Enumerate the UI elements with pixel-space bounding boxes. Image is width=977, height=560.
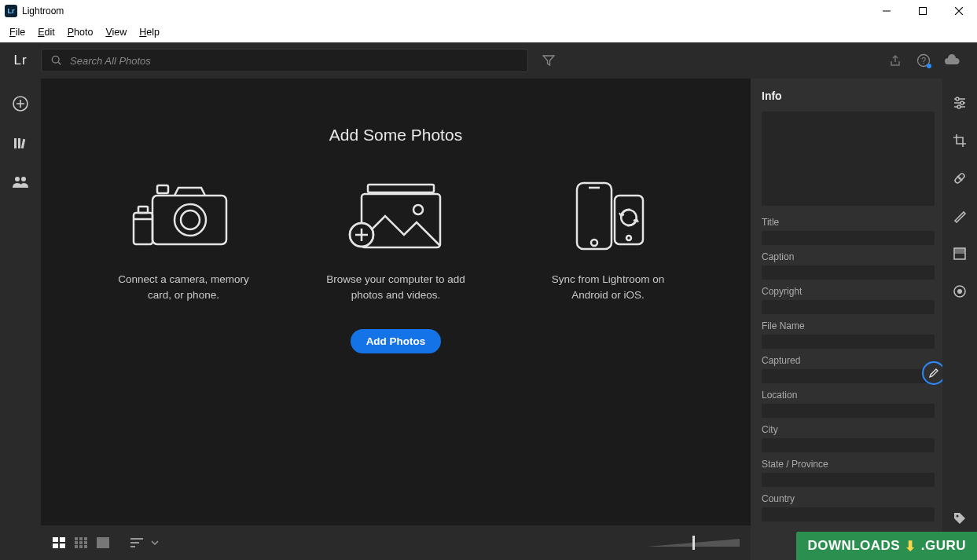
field-input-copyright[interactable] bbox=[762, 300, 935, 314]
svg-rect-5 bbox=[14, 138, 17, 148]
notification-dot bbox=[927, 64, 931, 68]
tile-connect-device: Connect a camera, memory card, or phone. bbox=[109, 174, 259, 302]
svg-point-1 bbox=[52, 56, 59, 63]
svg-rect-29 bbox=[75, 537, 78, 540]
plus-circle-icon bbox=[12, 95, 29, 112]
zoom-slider-track bbox=[647, 536, 741, 550]
watermark-text-right: .GURU bbox=[921, 538, 966, 554]
field-input-location[interactable] bbox=[762, 404, 935, 418]
add-photos-button[interactable]: Add Photos bbox=[351, 329, 442, 353]
right-tool-rail bbox=[942, 79, 977, 560]
menu-photo[interactable]: Photo bbox=[61, 24, 100, 40]
svg-point-18 bbox=[413, 205, 423, 214]
view-single[interactable] bbox=[94, 536, 112, 550]
app-body: Add Some Photos bbox=[0, 79, 977, 560]
search-icon bbox=[51, 55, 62, 66]
svg-point-47 bbox=[960, 179, 962, 181]
svg-point-12 bbox=[174, 204, 206, 236]
window-close-button[interactable] bbox=[941, 0, 977, 22]
search-input[interactable]: Search All Photos bbox=[41, 49, 528, 72]
keywords-button[interactable] bbox=[949, 508, 970, 529]
cloud-sync-button[interactable] bbox=[938, 46, 966, 75]
info-panel-title: Info bbox=[762, 90, 935, 102]
svg-point-51 bbox=[957, 289, 962, 294]
menu-help[interactable]: Help bbox=[133, 24, 166, 40]
svg-rect-31 bbox=[84, 537, 87, 540]
sliders-icon bbox=[953, 96, 967, 110]
my-photos-sidebar-button[interactable] bbox=[9, 132, 31, 154]
left-sidebar bbox=[0, 79, 41, 560]
square-icon bbox=[953, 247, 966, 260]
field-input-filename[interactable] bbox=[762, 335, 935, 349]
main-canvas: Add Some Photos bbox=[41, 79, 751, 560]
field-label-copyright: Copyright bbox=[762, 286, 935, 297]
edit-captured-button[interactable] bbox=[922, 361, 942, 385]
tile-caption: Browse your computer to add photos and v… bbox=[321, 272, 471, 302]
view-mode-toggle bbox=[50, 536, 112, 550]
field-input-title[interactable] bbox=[762, 231, 935, 245]
share-button[interactable] bbox=[881, 46, 909, 75]
svg-point-22 bbox=[591, 240, 597, 246]
svg-rect-33 bbox=[79, 541, 83, 544]
people-icon bbox=[12, 174, 29, 190]
window-minimize-button[interactable] bbox=[869, 0, 905, 22]
circle-target-icon bbox=[953, 284, 967, 298]
library-icon bbox=[13, 135, 28, 151]
cloud-icon bbox=[943, 54, 960, 67]
brush-button[interactable] bbox=[949, 206, 970, 226]
watermark-text-left: DOWNLOADS bbox=[807, 538, 900, 554]
filter-button[interactable] bbox=[534, 46, 563, 75]
crop-button[interactable] bbox=[949, 130, 970, 151]
field-input-country[interactable] bbox=[762, 507, 935, 522]
svg-rect-10 bbox=[152, 196, 226, 244]
sort-icon bbox=[130, 537, 145, 548]
app-topbar: Lr Search All Photos ? bbox=[0, 42, 977, 79]
svg-rect-6 bbox=[18, 138, 20, 148]
svg-rect-30 bbox=[79, 537, 83, 540]
window-maximize-button[interactable] bbox=[905, 0, 941, 22]
tile-caption: Connect a camera, memory card, or phone. bbox=[109, 272, 259, 302]
svg-point-9 bbox=[21, 177, 26, 181]
help-button[interactable]: ? bbox=[909, 46, 938, 75]
add-photos-sidebar-button[interactable] bbox=[9, 93, 31, 115]
field-input-caption[interactable] bbox=[762, 265, 935, 280]
healing-button[interactable] bbox=[949, 168, 970, 188]
field-input-captured[interactable] bbox=[762, 369, 935, 383]
field-label-location: Location bbox=[762, 390, 935, 401]
field-label-caption: Caption bbox=[762, 251, 935, 262]
watermark-badge: DOWNLOADS ⬇ .GURU bbox=[796, 532, 977, 560]
svg-rect-7 bbox=[21, 139, 25, 148]
window-title: Lightroom bbox=[22, 5, 64, 16]
svg-point-8 bbox=[15, 177, 20, 181]
menu-edit[interactable]: Edit bbox=[31, 24, 61, 40]
svg-point-42 bbox=[960, 101, 964, 104]
radial-gradient-button[interactable] bbox=[949, 281, 970, 302]
empty-state-tiles: Connect a camera, memory card, or phone. bbox=[109, 174, 683, 302]
linear-gradient-button[interactable] bbox=[949, 243, 970, 264]
menu-file[interactable]: File bbox=[3, 24, 31, 40]
svg-rect-38 bbox=[97, 537, 109, 548]
field-label-city: City bbox=[762, 424, 935, 435]
menubar: File Edit Photo View Help bbox=[0, 22, 977, 42]
field-label-state: State / Province bbox=[762, 459, 935, 470]
menu-view[interactable]: View bbox=[99, 24, 133, 40]
view-grid-large[interactable] bbox=[50, 536, 68, 550]
pencil-icon bbox=[928, 368, 939, 379]
field-input-state[interactable] bbox=[762, 473, 935, 487]
svg-rect-16 bbox=[368, 185, 434, 192]
sharing-sidebar-button[interactable] bbox=[9, 171, 31, 193]
svg-rect-0 bbox=[920, 8, 927, 15]
search-placeholder: Search All Photos bbox=[70, 55, 151, 67]
tag-icon bbox=[953, 511, 967, 525]
field-input-city[interactable] bbox=[762, 438, 935, 452]
svg-rect-26 bbox=[60, 537, 65, 542]
brush-icon bbox=[953, 209, 967, 223]
bandage-icon bbox=[953, 171, 967, 185]
zoom-slider[interactable] bbox=[647, 536, 741, 550]
svg-point-41 bbox=[956, 97, 959, 101]
sort-menu[interactable] bbox=[130, 537, 159, 548]
view-grid-small[interactable] bbox=[72, 536, 90, 550]
svg-rect-40 bbox=[692, 536, 695, 550]
edit-sliders-button[interactable] bbox=[949, 93, 970, 113]
svg-rect-36 bbox=[79, 545, 83, 548]
